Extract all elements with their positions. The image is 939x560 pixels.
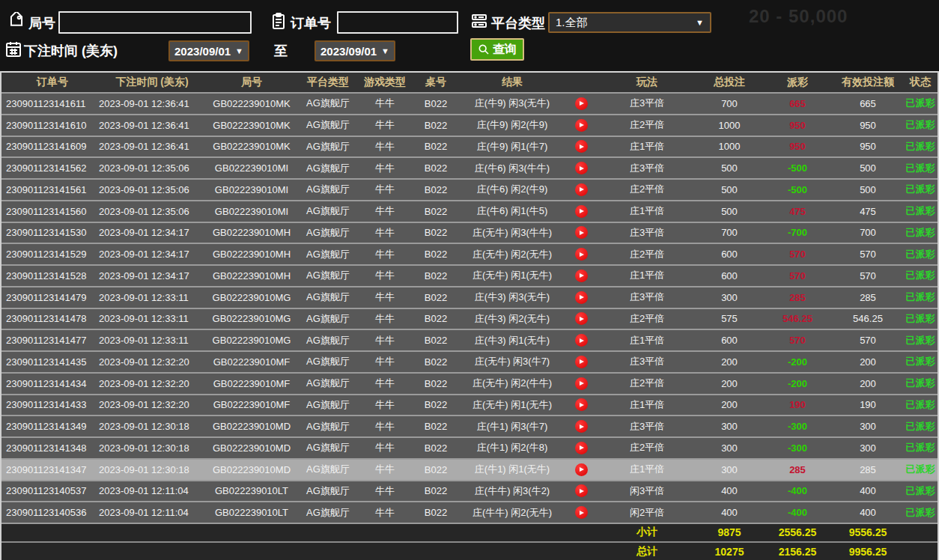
play-button[interactable] xyxy=(565,183,598,196)
play-button[interactable] xyxy=(565,334,598,347)
table-row[interactable]: 2309011231416102023-09-01 12:36:41GB0222… xyxy=(1,115,938,137)
play-button[interactable] xyxy=(565,248,598,261)
cell-table-no: B022 xyxy=(412,162,460,174)
table-row[interactable]: 2309011231415292023-09-01 12:34:17GB0222… xyxy=(1,244,938,266)
table-row[interactable]: 2309011231414772023-09-01 12:33:11GB0222… xyxy=(1,330,938,352)
cell-order-no: 230901123141528 xyxy=(1,270,99,281)
game-no-input[interactable] xyxy=(58,11,252,34)
play-icon[interactable] xyxy=(575,270,588,282)
cell-bet-time: 2023-09-01 12:32:20 xyxy=(99,356,205,368)
play-button[interactable] xyxy=(565,119,598,132)
play-icon[interactable] xyxy=(575,183,588,196)
play-icon[interactable] xyxy=(575,398,588,411)
play-button[interactable] xyxy=(565,205,598,218)
table-row[interactable]: 2309011231413472023-09-01 12:30:18GB0222… xyxy=(1,460,938,481)
play-icon[interactable] xyxy=(575,463,588,476)
col-header-game-no: 局号 xyxy=(205,76,298,89)
table-row[interactable]: 2309011231414332023-09-01 12:32:20GB0222… xyxy=(1,395,938,417)
play-icon[interactable] xyxy=(575,248,588,261)
play-button[interactable] xyxy=(565,398,598,411)
table-row[interactable]: 2309011231415282023-09-01 12:34:17GB0222… xyxy=(1,266,938,287)
table-row[interactable]: 2309011231414782023-09-01 12:33:11GB0222… xyxy=(1,309,938,331)
play-icon[interactable] xyxy=(575,97,588,110)
cell-payout: -400 xyxy=(762,485,833,496)
order-no-label: 订单号 xyxy=(291,14,331,32)
play-button[interactable] xyxy=(565,312,598,325)
cell-order-no: 230901123141434 xyxy=(1,378,99,389)
table-row[interactable]: 2309011231414342023-09-01 12:32:20GB0222… xyxy=(1,374,938,395)
play-icon[interactable] xyxy=(575,291,588,304)
col-header-result: 结果 xyxy=(460,76,565,89)
play-icon[interactable] xyxy=(575,484,588,497)
cell-result: 庄(牛9) 闲3(无牛) xyxy=(460,97,565,110)
table-row[interactable]: 2309011231414352023-09-01 12:32:20GB0222… xyxy=(1,352,938,374)
cell-game-type: 牛牛 xyxy=(358,420,412,433)
play-button[interactable] xyxy=(565,291,598,304)
play-icon[interactable] xyxy=(575,312,588,325)
table-row[interactable]: 2309011231414792023-09-01 12:33:11GB0222… xyxy=(1,287,938,309)
play-button[interactable] xyxy=(565,420,598,433)
cell-table-no: B022 xyxy=(412,270,460,281)
cell-play-type: 庄1平倍 xyxy=(598,463,696,476)
play-button[interactable] xyxy=(565,484,598,497)
table-row[interactable]: 2309011231413482023-09-01 12:30:18GB0222… xyxy=(1,438,938,460)
table-row[interactable]: 2309011231413492023-09-01 12:30:18GB0222… xyxy=(1,416,938,438)
cell-game-no: GB022239010MF xyxy=(205,399,298,410)
play-icon[interactable] xyxy=(575,119,588,132)
play-button[interactable] xyxy=(565,377,598,390)
table-row[interactable]: 2309011231415302023-09-01 12:34:17GB0222… xyxy=(1,223,938,245)
play-icon[interactable] xyxy=(575,420,588,433)
query-button[interactable]: 查询 xyxy=(470,38,524,61)
play-icon[interactable] xyxy=(575,377,588,390)
cell-result: 庄(牛9) 闲1(牛7) xyxy=(460,140,565,153)
play-icon[interactable] xyxy=(575,162,588,174)
table-row[interactable]: 2309011231416112023-09-01 12:36:41GB0222… xyxy=(1,94,938,115)
cell-game-no: GB022239010LT xyxy=(205,507,298,518)
play-button[interactable] xyxy=(565,97,598,110)
cell-order-no: 230901123141530 xyxy=(1,227,99,238)
play-button[interactable] xyxy=(565,226,598,239)
cell-status: 已派彩 xyxy=(903,398,938,412)
order-no-input[interactable] xyxy=(337,11,458,34)
cell-platform: AG旗舰厅 xyxy=(298,506,358,520)
table-row[interactable]: 2309011231405362023-09-01 12:11:04GB0222… xyxy=(1,502,938,524)
play-button[interactable] xyxy=(565,162,598,174)
cell-result: 庄(无牛) 闲2(牛牛) xyxy=(460,377,565,390)
play-button[interactable] xyxy=(565,506,598,519)
cell-order-no: 230901123141479 xyxy=(1,292,99,303)
cell-platform: AG旗舰厅 xyxy=(298,140,358,153)
platform-type-select[interactable]: 1.全部 ▼ xyxy=(548,12,711,33)
play-icon[interactable] xyxy=(575,226,588,239)
cell-valid-bet: 500 xyxy=(833,184,903,195)
play-icon[interactable] xyxy=(575,356,588,368)
play-icon[interactable] xyxy=(575,205,588,218)
play-button[interactable] xyxy=(565,356,598,368)
cell-game-type: 牛牛 xyxy=(358,248,412,261)
cell-game-type: 牛牛 xyxy=(358,506,412,520)
date-to-picker[interactable]: 2023/09/01 ▼ xyxy=(314,40,395,61)
cell-total-bet: 300 xyxy=(696,442,762,454)
cell-bet-time: 2023-09-01 12:35:06 xyxy=(99,162,205,174)
play-button[interactable] xyxy=(565,463,598,476)
cell-bet-time: 2023-09-01 12:35:06 xyxy=(99,184,205,195)
table-row[interactable]: 2309011231415602023-09-01 12:35:06GB0222… xyxy=(1,201,938,223)
cell-result: 庄(牛1) 闲2(牛8) xyxy=(460,441,565,454)
play-icon[interactable] xyxy=(575,140,588,153)
play-icon[interactable] xyxy=(575,334,588,347)
table-row[interactable]: 2309011231416092023-09-01 12:36:41GB0222… xyxy=(1,137,938,159)
cell-play-type: 庄2平倍 xyxy=(598,441,696,454)
date-from-picker[interactable]: 2023/09/01 ▼ xyxy=(168,40,249,61)
subtotal-label: 小计 xyxy=(598,526,696,539)
play-button[interactable] xyxy=(565,140,598,153)
cell-game-type: 牛牛 xyxy=(358,140,412,153)
date-from-value: 2023/09/01 xyxy=(174,45,231,58)
play-icon[interactable] xyxy=(575,506,588,519)
table-row[interactable]: 2309011231415612023-09-01 12:35:06GB0222… xyxy=(1,180,938,201)
play-button[interactable] xyxy=(565,270,598,282)
cell-valid-bet: 570 xyxy=(833,270,903,281)
cell-platform: AG旗舰厅 xyxy=(298,226,358,240)
play-icon[interactable] xyxy=(575,442,588,454)
play-button[interactable] xyxy=(565,442,598,454)
table-row[interactable]: 2309011231415622023-09-01 12:35:06GB0222… xyxy=(1,158,938,180)
table-row[interactable]: 2309011231405372023-09-01 12:11:04GB0222… xyxy=(1,481,938,503)
